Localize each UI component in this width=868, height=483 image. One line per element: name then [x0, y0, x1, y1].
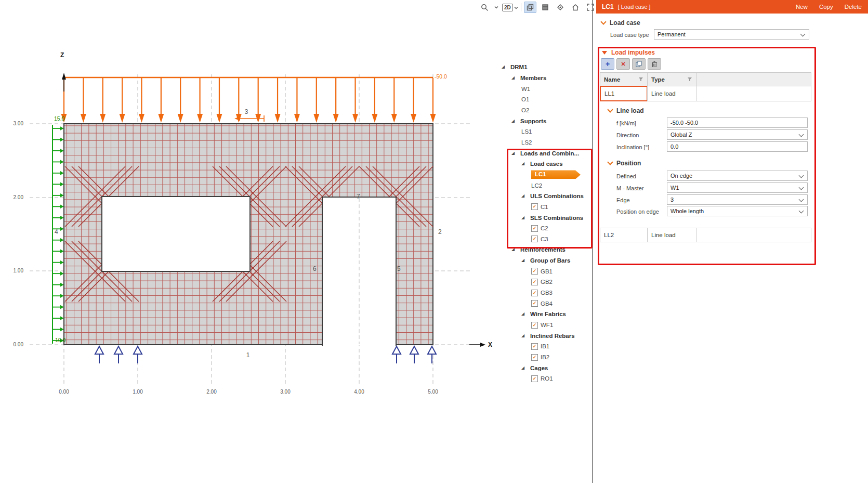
tree-item-lc2[interactable]: LC2	[497, 180, 592, 191]
checkbox-icon[interactable]: ✓	[531, 203, 538, 210]
copy-button[interactable]: Copy	[819, 4, 833, 10]
tree-item-lc1[interactable]: LC1	[497, 169, 592, 180]
inclination-label-row: Inclination [°]	[616, 142, 649, 152]
home-view-button[interactable]	[569, 2, 582, 13]
master-label-row: M - Master	[616, 183, 644, 193]
checkbox-icon[interactable]: ✓	[531, 375, 538, 382]
tree-item-group-of-bars[interactable]: ◢Group of Bars	[497, 255, 592, 266]
expander-icon[interactable]: ◢	[511, 151, 520, 155]
zoom-search-button[interactable]	[478, 2, 491, 13]
impulse-row-ll1-name[interactable]: LL1	[600, 86, 648, 101]
copy-impulse-button[interactable]	[632, 58, 646, 70]
impulse-row-ll2-type[interactable]: Line load	[647, 228, 696, 242]
tree-item-ls1[interactable]: LS1	[497, 126, 592, 137]
impulse-row-ll1-type[interactable]: Line load	[647, 86, 696, 101]
top-line-load[interactable]	[61, 77, 436, 123]
expander-icon[interactable]: ◢	[521, 162, 530, 166]
checkbox-icon[interactable]: ✓	[531, 343, 538, 350]
opening-2-door[interactable]	[322, 197, 396, 346]
tree-item-ls2[interactable]: LS2	[497, 137, 592, 148]
zoom-dropdown-chevron-icon[interactable]	[493, 2, 499, 13]
expander-icon[interactable]: ◢	[521, 258, 530, 263]
table-header-name[interactable]: Name	[600, 72, 648, 86]
tree-item-wire-fabrics[interactable]: ◢Wire Fabrics	[497, 309, 592, 320]
tree-item-label: LC2	[531, 182, 542, 189]
tree-item-c1[interactable]: ✓C1	[497, 202, 592, 213]
tree-item-w1[interactable]: W1	[497, 83, 592, 94]
section-load-impulses[interactable]: Load impulses	[602, 49, 655, 56]
table-header-type[interactable]: Type	[647, 72, 696, 86]
tree-item-label: LS1	[521, 128, 532, 135]
load-case-type-select[interactable]: Permanent	[654, 29, 809, 40]
expander-icon[interactable]: ◢	[521, 366, 530, 370]
tree-item-sls-combinations[interactable]: ◢SLS Combinations	[497, 212, 592, 223]
section-line-load[interactable]: Line load	[608, 107, 644, 114]
checkbox-icon[interactable]: ✓	[531, 322, 538, 329]
new-button[interactable]: New	[796, 4, 808, 10]
tree-item-gb3[interactable]: ✓GB3	[497, 288, 592, 298]
tree-item-o2[interactable]: O2	[497, 105, 592, 116]
tree-item-members[interactable]: ◢Members	[497, 73, 592, 84]
tree-item-label: ULS Combinations	[530, 193, 584, 199]
tree-item-inclined-rebars[interactable]: ◢Inclined Rebars	[497, 330, 592, 341]
tree-item-ro1[interactable]: ✓RO1	[497, 373, 592, 384]
tree-item-c3[interactable]: ✓C3	[497, 234, 592, 245]
filter-icon[interactable]	[638, 76, 643, 83]
structure-drawing: -50.0 15.0 10.0 Z X	[0, 0, 496, 483]
checkbox-icon[interactable]: ✓	[531, 279, 538, 285]
solid-view-button[interactable]	[539, 2, 551, 13]
defined-select[interactable]: On edge	[667, 171, 808, 181]
supports[interactable]	[95, 346, 436, 363]
fullscreen-icon[interactable]	[584, 2, 597, 13]
tree-item-loads-and-combin[interactable]: ◢Loads and Combin...	[497, 148, 592, 159]
checkbox-icon[interactable]: ✓	[531, 290, 538, 296]
expander-icon[interactable]: ◢	[511, 119, 520, 123]
opening-1[interactable]	[102, 197, 250, 271]
tree-item-gb2[interactable]: ✓GB2	[497, 277, 592, 288]
f-value-input[interactable]: -50.0 -50.0	[667, 118, 808, 128]
tree-item-reinforcements[interactable]: ◢Reinforcements	[497, 244, 592, 255]
master-select[interactable]: W1	[667, 182, 808, 193]
checkbox-icon[interactable]: ✓	[531, 354, 538, 361]
tree-item-drm1[interactable]: ◢DRM1	[497, 62, 592, 73]
position-on-edge-select[interactable]: Whole length	[667, 206, 808, 216]
tree-item-gb4[interactable]: ✓GB4	[497, 298, 592, 309]
expander-icon[interactable]: ◢	[511, 76, 520, 80]
tree-item-cages[interactable]: ◢Cages	[497, 362, 592, 373]
edge-select[interactable]: 3	[667, 194, 808, 205]
delete-button[interactable]: Delete	[845, 4, 862, 10]
checkbox-icon[interactable]: ✓	[531, 236, 538, 242]
tree-item-uls-combinations[interactable]: ◢ULS Combinations	[497, 191, 592, 202]
tree-item-gb1[interactable]: ✓GB1	[497, 266, 592, 277]
tree-item-c2[interactable]: ✓C2	[497, 223, 592, 234]
remove-impulse-button[interactable]: ✕	[616, 58, 630, 70]
impulse-row-ll2-name[interactable]: LL2	[600, 228, 648, 242]
section-position[interactable]: Position	[608, 160, 641, 167]
checkbox-icon[interactable]: ✓	[531, 225, 538, 232]
tree-item-o1[interactable]: O1	[497, 94, 592, 105]
expander-icon[interactable]: ◢	[511, 247, 520, 252]
tree-item-supports[interactable]: ◢Supports	[497, 115, 592, 126]
direction-select[interactable]: Global Z	[667, 129, 808, 140]
expander-icon[interactable]: ◢	[521, 216, 530, 220]
tree-item-ib2[interactable]: ✓IB2	[497, 352, 592, 363]
expander-icon[interactable]: ◢	[521, 194, 530, 198]
triangle-down-icon	[602, 51, 607, 55]
render-mode-button[interactable]	[554, 2, 567, 13]
add-impulse-button[interactable]: +	[601, 58, 614, 70]
axonometry-view-button[interactable]	[524, 2, 536, 13]
checkbox-icon[interactable]: ✓	[531, 268, 538, 275]
view-mode-select[interactable]: 2D	[502, 3, 518, 12]
filter-icon[interactable]	[687, 76, 692, 83]
expander-icon[interactable]: ◢	[521, 312, 530, 316]
section-load-case[interactable]: Load case	[601, 19, 640, 27]
tree-item-load-cases[interactable]: ◢Load cases	[497, 159, 592, 169]
checkbox-icon[interactable]: ✓	[531, 300, 538, 307]
expander-icon[interactable]: ◢	[502, 65, 510, 69]
expander-icon[interactable]: ◢	[521, 334, 530, 338]
delete-impulse-button[interactable]	[648, 58, 661, 70]
model-viewport[interactable]: -50.0 15.0 10.0 Z X	[0, 0, 593, 483]
inclination-input[interactable]: 0.0	[667, 141, 808, 152]
tree-item-ib1[interactable]: ✓IB1	[497, 341, 592, 352]
tree-item-wf1[interactable]: ✓WF1	[497, 320, 592, 331]
